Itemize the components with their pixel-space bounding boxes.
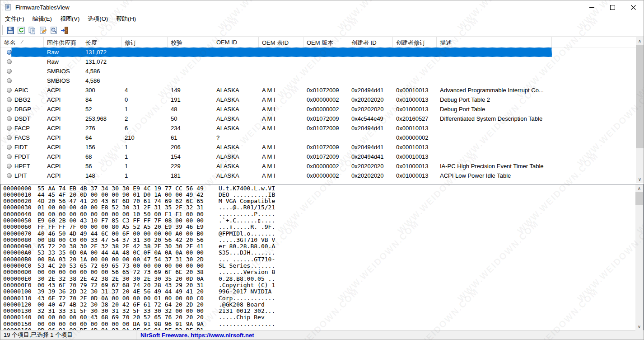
table-row[interactable]: FACSACPI6421061?0x00000002 <box>0 133 637 142</box>
cell-signature: FPDT <box>0 152 44 161</box>
table-row[interactable]: DSDTACPI253,968250ALASKAA M I0x010720090… <box>0 114 637 123</box>
menu-item-view[interactable]: 视图(V) <box>56 14 84 24</box>
hex-bytes: 55 AA 74 EB 4B 37 34 30 30 E9 4C 19 77 C… <box>37 185 219 192</box>
cell-9: 0x20494d41 <box>348 152 393 161</box>
cell-7 <box>259 57 303 66</box>
hex-offset: 00000130 <box>1 308 37 314</box>
signature-text: DBGP <box>14 106 31 113</box>
find-button[interactable] <box>48 25 59 36</box>
list-scrollbar-thumb[interactable] <box>636 45 644 148</box>
table-row[interactable]: Raw131,072 <box>0 47 637 57</box>
properties-button[interactable] <box>37 25 48 36</box>
minimize-button[interactable] <box>581 0 602 14</box>
list-rows: Raw131,072Raw131,072SMBIOS4,586SMBIOS4,5… <box>0 47 637 180</box>
cell-signature <box>0 57 44 66</box>
column-header-5[interactable]: 校验 <box>168 37 213 47</box>
scroll-down-arrow-icon[interactable]: ∨ <box>636 175 644 183</box>
hex-offset: 00000030 <box>1 204 37 211</box>
table-row[interactable]: FACPACPI2766234ALASKAA M I0x010720090x20… <box>0 123 637 133</box>
hex-line: 0000001044 45 4F 20 0D 00 00 00 90 01 D0… <box>1 192 643 198</box>
cell-signature: LPIT <box>0 171 44 180</box>
column-header-4[interactable]: 修订 <box>121 37 168 47</box>
table-row[interactable]: FIDTACPI1561206ALASKAA M I0x010720090x20… <box>0 142 637 152</box>
cell-6: ALASKA <box>213 171 259 180</box>
cell-7: A M I <box>259 95 303 104</box>
table-row[interactable]: FPDTACPI681154ALASKAA M I0x010720090x204… <box>0 152 637 161</box>
table-row[interactable]: SMBIOS4,586 <box>0 76 637 85</box>
menu-item-options[interactable]: 选项(O) <box>84 14 112 24</box>
cell-7: A M I <box>259 171 303 180</box>
menu-item-help[interactable]: 帮助(H) <box>112 14 140 24</box>
firmware-tables-list[interactable]: 签名固件供应商长度修订校验OEM IDOEM 表IDOEM 版本创建者 ID创建… <box>0 37 644 183</box>
title-bar[interactable]: FirmwareTablesView <box>0 0 644 14</box>
table-row[interactable]: DBG2ACPI840191ALASKAA M I0x000000020x202… <box>0 95 637 104</box>
exit-button[interactable] <box>59 25 70 36</box>
nirsoft-link[interactable]: NirSoft Freeware. https://www.nirsoft.ne… <box>136 332 254 339</box>
hex-bytes: 65 72 20 38 30 2E 32 38 2E 42 38 2E 30 3… <box>37 243 219 250</box>
column-header-11[interactable]: 描述 <box>437 37 552 47</box>
cell-9 <box>348 133 393 142</box>
cell-3: 131,072 <box>82 57 121 66</box>
column-header-2[interactable]: 固件供应商 <box>44 37 82 47</box>
column-header-1[interactable]: 签名 <box>0 37 44 47</box>
cell-10: 0x01000013 <box>393 95 437 104</box>
scroll-down-arrow-icon[interactable]: ∨ <box>635 323 643 331</box>
cell-8 <box>303 66 348 76</box>
close-icon <box>631 5 636 10</box>
hex-line: 0000011043 6F 72 70 2E 0D 0A 00 00 00 00… <box>1 295 643 302</box>
list-vertical-scrollbar[interactable]: ∧ ∨ <box>636 37 644 183</box>
toolbar <box>0 24 644 37</box>
table-row[interactable]: SMBIOS4,586 <box>0 66 637 76</box>
menu-item-edit[interactable]: 编辑(E) <box>28 14 56 24</box>
hex-line: 0000004000 00 00 00 00 00 00 00 00 10 50… <box>1 211 643 217</box>
menu-item-file[interactable]: 文件(F) <box>1 14 28 24</box>
hex-bytes: 00 00 00 00 00 00 00 00 00 BA 91 98 96 9… <box>37 321 219 327</box>
hex-line: 0000003001 00 00 00 40 00 E8 52 30 31 2F… <box>1 204 643 211</box>
table-row[interactable]: Raw131,072 <box>0 57 637 66</box>
column-header-6[interactable]: OEM ID <box>213 37 259 47</box>
column-header-label: OEM 版本 <box>307 39 333 46</box>
table-row[interactable]: HPETACPI561229ALASKAA M I0x000000020x202… <box>0 161 637 171</box>
cell-9 <box>348 66 393 76</box>
column-header-9[interactable]: 创建者 ID <box>348 37 393 47</box>
close-button[interactable] <box>623 0 644 14</box>
save-icon <box>6 26 14 34</box>
maximize-button[interactable] <box>602 0 623 14</box>
hex-bytes: 00 43 6F 70 79 72 69 67 68 74 20 28 43 2… <box>37 282 219 288</box>
table-row[interactable]: DBGPACPI52148ALASKAA M I0x000000020x2020… <box>0 104 637 114</box>
hex-bytes: 53 4C 20 53 65 72 69 65 73 00 00 00 00 0… <box>37 263 219 269</box>
column-header-10[interactable]: 创建者修订 <box>393 37 437 47</box>
table-row[interactable]: APICACPI3004149ALASKAA M I0x010720090x20… <box>0 85 637 95</box>
hex-line: 00000060FF FF FF 7F 00 00 00 80 A5 52 A5… <box>1 224 643 230</box>
cell-3: 156 <box>82 142 121 152</box>
hex-offset: 00000120 <box>1 302 37 308</box>
hex-scrollbar-thumb[interactable] <box>635 192 643 205</box>
cell-11 <box>437 57 552 66</box>
hex-vertical-scrollbar[interactable]: ∧ ∨ <box>635 184 643 331</box>
save-button[interactable] <box>5 25 16 36</box>
hex-line: 000000204D 20 56 47 41 20 43 6F 6D 70 61… <box>1 198 643 204</box>
cell-8 <box>303 57 348 66</box>
cell-4: 1 <box>121 104 168 114</box>
table-row[interactable]: LPITACPI1481181ALASKAA M I0x000000020x20… <box>0 171 637 180</box>
column-header-8[interactable]: OEM 版本 <box>303 37 348 47</box>
cell-4 <box>121 66 168 76</box>
cell-5 <box>168 57 213 66</box>
copy-button[interactable] <box>27 25 37 36</box>
cell-7 <box>259 47 303 57</box>
column-header-7[interactable]: OEM 表ID <box>259 37 303 47</box>
cell-11 <box>437 142 552 152</box>
hex-offset: 00000050 <box>1 217 37 224</box>
cell-4 <box>121 57 168 66</box>
hex-viewer[interactable]: 0000000055 AA 74 EB 4B 37 34 30 30 E9 4C… <box>0 184 644 331</box>
scroll-up-arrow-icon[interactable]: ∧ <box>636 37 644 45</box>
toolbar-gripper[interactable] <box>2 25 3 35</box>
scroll-up-arrow-icon[interactable]: ∧ <box>635 184 643 192</box>
cell-signature: FIDT <box>0 142 44 152</box>
column-header-3[interactable]: 长度 <box>82 37 121 47</box>
refresh-button[interactable] <box>16 25 27 36</box>
cell-2: ACPI <box>44 85 82 95</box>
cell-11 <box>437 76 552 85</box>
cell-11: Advanced Programmable Interrupt Co... <box>437 85 552 95</box>
hex-bytes: E9 60 2B 00 43 10 F7 85 C3 FF FF 7F 08 0… <box>37 217 219 224</box>
